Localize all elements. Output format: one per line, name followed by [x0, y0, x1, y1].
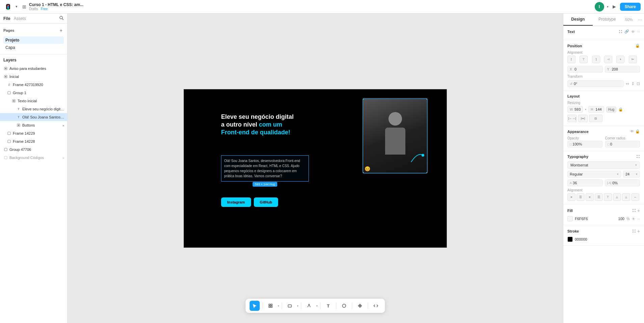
pen-tool-button[interactable] — [304, 301, 314, 311]
align-center-top[interactable]: ⊤ — [580, 56, 588, 63]
layer-texto-inicial[interactable]: Texto inicial — [0, 97, 67, 105]
layer-inicial[interactable]: Inicial — [0, 73, 67, 81]
layer-frame14228[interactable]: Frame 14228 — [0, 137, 67, 145]
github-button[interactable]: GitHub — [254, 197, 278, 207]
layer-frame14229[interactable]: Frame 14229 — [0, 129, 67, 137]
layer-texto-ola[interactable]: T Olá! Sou Joana Santos, d... — [0, 113, 67, 121]
text-align-right[interactable]: ≡ — [586, 193, 594, 201]
text-align-justify[interactable]: ☰ — [595, 193, 603, 201]
appearance-eye-icon[interactable]: 👁 — [630, 129, 634, 134]
x-input[interactable]: X 0 — [567, 66, 603, 73]
stroke-grid-icon[interactable] — [633, 230, 636, 233]
crop-icon[interactable]: ⊡ — [637, 81, 640, 86]
flip-h-icon[interactable]: ⇔ — [626, 81, 629, 86]
fill-color-swatch[interactable] — [567, 216, 573, 221]
eye-icon[interactable]: 👁 — [631, 30, 635, 34]
width-chevron[interactable]: ▾ — [585, 108, 586, 111]
expand-icon-bg[interactable]: ▸ — [63, 156, 64, 160]
more-text-icon[interactable]: ··· — [637, 30, 640, 34]
text-valign-mid[interactable]: ⊥ — [613, 193, 621, 201]
fill-opacity-value[interactable]: 100 — [614, 217, 624, 221]
resize-align-fill[interactable]: ⊟ — [589, 115, 602, 122]
text-valign-bot[interactable]: ⊥ — [622, 193, 630, 201]
resize-align-center[interactable]: |⇔| — [578, 115, 588, 122]
pen-chevron[interactable]: ▾ — [316, 304, 318, 307]
handle-br[interactable] — [426, 172, 428, 174]
flip-v-icon[interactable]: ⇕ — [631, 81, 635, 86]
fill-eye-icon[interactable]: 👁 — [632, 217, 635, 221]
stroke-add-button[interactable]: + — [637, 228, 640, 234]
more-options[interactable]: ··· — [636, 14, 644, 26]
stroke-color-swatch[interactable] — [567, 237, 573, 242]
opacity-input[interactable]: □ 100% — [567, 141, 602, 147]
fill-more-icon[interactable]: ··· — [637, 217, 640, 221]
shape-tool-button[interactable] — [285, 301, 295, 311]
shape-chevron[interactable]: ▾ — [297, 304, 298, 307]
layout-toggle[interactable]: ⊞ — [22, 4, 26, 9]
font-style-select[interactable]: Regular ▾ — [567, 171, 621, 178]
expand-icon-buttons[interactable]: ▸ — [63, 124, 64, 127]
width-input[interactable]: W 593 — [567, 106, 583, 113]
grid-icon[interactable] — [619, 30, 622, 33]
handle-tl[interactable] — [362, 98, 364, 100]
text-tool-button[interactable]: T — [323, 301, 333, 311]
frame-tool-button[interactable] — [266, 301, 276, 311]
layer-frame427319920[interactable]: # Frame 427319920 — [0, 81, 67, 89]
page-item-capa[interactable]: Capa — [3, 44, 64, 51]
text-align-left[interactable]: ≡ — [567, 193, 575, 201]
code-tool-button[interactable] — [371, 301, 381, 311]
handle-bl[interactable] — [362, 172, 364, 174]
layer-buttons[interactable]: Buttons ▸ — [0, 121, 67, 129]
align-left-top[interactable]: ⌈ — [567, 56, 575, 63]
align-left-mid[interactable]: ⊣ — [604, 56, 612, 63]
appearance-lock-icon[interactable]: 🔒 — [635, 129, 640, 134]
components-tool-button[interactable] — [355, 301, 365, 311]
fill-grid-icon[interactable] — [633, 209, 636, 212]
page-item-projeto[interactable]: Projeto — [3, 36, 64, 44]
fill-add-button[interactable]: + — [637, 208, 640, 213]
design-tab[interactable]: Design — [563, 14, 593, 26]
figma-logo[interactable] — [3, 2, 13, 11]
y-input[interactable]: Y 208 — [605, 66, 640, 73]
align-right-mid[interactable]: ⊢ — [629, 56, 637, 63]
resize-lock-icon[interactable]: 🔒 — [618, 107, 623, 112]
height-input[interactable]: H 144 — [588, 106, 604, 113]
layer-aviso[interactable]: Aviso para estudantes — [0, 64, 67, 73]
font-name-row[interactable]: Montserrat ▾ — [567, 161, 640, 169]
position-lock-icon[interactable]: 🔒 — [635, 44, 640, 48]
align-center-mid[interactable]: + — [616, 56, 624, 63]
corner-input[interactable]: □ 0 — [605, 141, 640, 147]
link-icon[interactable]: 🔗 — [624, 29, 629, 34]
ellipse-tool-button[interactable] — [339, 301, 349, 311]
layer-group1[interactable]: Group 1 — [0, 89, 67, 97]
fill-hex-value[interactable]: F6F6F6 — [575, 217, 612, 221]
share-button[interactable]: Share — [620, 3, 641, 11]
avatar-chevron[interactable]: ▾ — [607, 5, 609, 8]
font-size-input[interactable]: 24 ▾ — [623, 171, 640, 178]
selected-text-box[interactable]: Olá! Sou Joana Santos, desenvolvedora Fr… — [221, 155, 309, 182]
add-page-button[interactable]: + — [58, 26, 64, 34]
instagram-button[interactable]: Instagram — [221, 197, 251, 207]
prototype-tab[interactable]: Prototype — [593, 14, 622, 26]
rotation-input[interactable]: ↺ 0° — [567, 80, 624, 87]
stroke-hex-value[interactable]: 000000 — [575, 237, 640, 241]
user-avatar[interactable]: I — [595, 2, 604, 11]
file-tab[interactable]: File — [3, 16, 10, 21]
layer-group47706[interactable]: Group 47706 — [0, 145, 67, 154]
handle-tr[interactable] — [426, 98, 428, 100]
layer-texto-eleve[interactable]: T Eleve seu negócio digita... — [0, 105, 67, 113]
canvas-area[interactable]: Eleve seu negócio digital a outro nível … — [68, 14, 563, 323]
resize-align-left[interactable]: |←→| — [567, 115, 577, 122]
line-height-input[interactable]: A 36 — [567, 180, 603, 186]
text-valign-top[interactable]: ⊤ — [604, 193, 612, 201]
typo-grid-icon[interactable] — [637, 155, 640, 158]
menu-icon[interactable]: ▾ — [16, 4, 18, 9]
search-button[interactable] — [59, 16, 64, 21]
text-align-center[interactable]: ☰ — [576, 193, 585, 201]
align-right-top[interactable]: ⌉ — [592, 56, 600, 63]
preview-button[interactable]: ▶ — [611, 3, 617, 10]
letter-spacing-input[interactable]: | A| 0% — [605, 180, 640, 186]
assets-tab[interactable]: Assets — [14, 16, 26, 21]
select-tool-button[interactable] — [250, 301, 260, 311]
more-icon[interactable]: ··· — [638, 17, 642, 22]
